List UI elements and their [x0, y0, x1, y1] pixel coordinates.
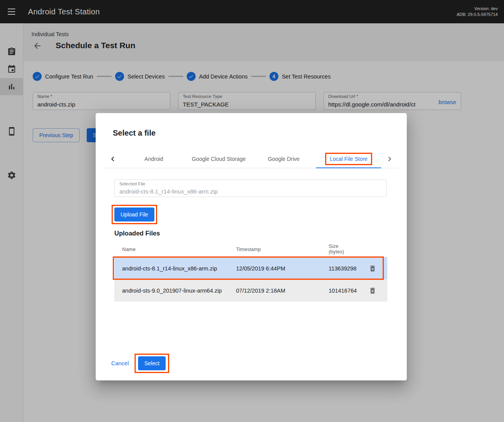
chevron-right-icon — [385, 154, 394, 164]
screen: Android Test Station Version: dev ADB: 2… — [0, 0, 504, 422]
file-name-cell: android-sts-9.0_201907-linux-arm64.zip — [114, 288, 236, 294]
delete-file-button[interactable] — [365, 287, 387, 295]
file-name-cell: android-cts-8.1_r14-linux_x86-arm.zip — [114, 265, 236, 272]
size-cell: 113639298 — [329, 265, 365, 272]
tab-google-drive[interactable]: Google Drive — [251, 150, 316, 168]
timestamp-cell: 12/05/2019 6:44PM — [236, 265, 329, 272]
size-header-line1: Size — [329, 244, 365, 249]
tabs-scroll-left-button[interactable] — [104, 150, 121, 168]
annotation-box: Local File Store — [325, 153, 372, 165]
delete-file-button[interactable] — [365, 265, 387, 272]
tab-local-file-store[interactable]: Local File Store — [316, 150, 381, 168]
select-button-area: Select — [138, 356, 166, 370]
tab-label: Android — [144, 156, 163, 162]
dialog-footer: Cancel Select — [111, 356, 166, 370]
tab-android[interactable]: Android — [121, 150, 186, 168]
upload-file-button[interactable]: Upload File — [114, 208, 154, 221]
dialog-tab-bar: Android Google Cloud Storage Google Driv… — [104, 150, 398, 168]
cancel-button[interactable]: Cancel — [111, 360, 129, 366]
delete-forever-icon — [369, 265, 376, 272]
selected-file-label: Selected File — [119, 181, 145, 186]
select-file-dialog: Select a file Android Google Cloud Stora… — [96, 113, 407, 380]
column-header-size: Size (bytes) — [329, 244, 365, 255]
uploaded-files-heading: Uploaded Files — [114, 230, 160, 237]
table-header-row: Name Timestamp Size (bytes) — [114, 241, 387, 257]
table-row-selected[interactable]: android-cts-8.1_r14-linux_x86-arm.zip 12… — [114, 257, 387, 279]
chevron-left-icon — [108, 154, 117, 164]
delete-forever-icon — [369, 287, 376, 295]
timestamp-cell: 07/12/2019 2:18AM — [236, 288, 329, 294]
dialog-title: Select a file — [113, 129, 156, 138]
table-row[interactable]: android-sts-9.0_201907-linux-arm64.zip 0… — [114, 279, 387, 302]
column-header-timestamp: Timestamp — [236, 246, 329, 252]
select-button[interactable]: Select — [138, 356, 166, 370]
tabs-scroll-right-button[interactable] — [381, 150, 398, 168]
size-cell: 101416764 — [329, 288, 365, 294]
column-header-name: Name — [114, 246, 236, 252]
size-header-line2: (bytes) — [329, 249, 365, 255]
selected-file-input[interactable]: Selected File android-cts-8.1_r14-linux_… — [114, 180, 387, 197]
tab-google-cloud-storage[interactable]: Google Cloud Storage — [186, 150, 251, 168]
tab-label: Google Drive — [268, 156, 300, 162]
tab-label: Google Cloud Storage — [192, 156, 246, 162]
uploaded-files-table: Name Timestamp Size (bytes) android-cts-… — [114, 241, 387, 302]
upload-file-area: Upload File — [114, 208, 154, 221]
selected-file-value: android-cts-8.1_r14-linux_x86-arm.zip — [119, 188, 218, 195]
tab-label: Local File Store — [330, 156, 368, 162]
